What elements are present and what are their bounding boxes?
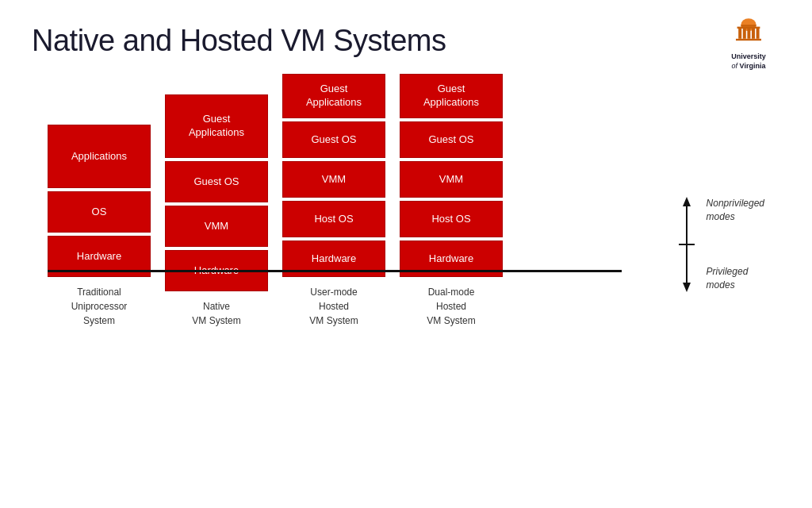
privilege-arrow-icon <box>675 197 699 292</box>
svg-marker-11 <box>683 283 691 292</box>
logo-text: University of Virginia <box>717 52 780 71</box>
column-dualmode: GuestApplications Guest OS VMM Host OS H… <box>400 74 503 328</box>
block-guest-os-dual: Guest OS <box>400 121 503 158</box>
privileged-label: Privilegedmodes <box>707 265 764 292</box>
block-vmm-native: VMM <box>165 206 268 247</box>
right-annotations: Nonprivilegedmodes Privilegedmodes <box>675 197 764 292</box>
svg-rect-1 <box>741 25 756 26</box>
col-label-usermode: User-modeHostedVM System <box>282 285 385 328</box>
block-guest-apps-native: GuestApplications <box>165 94 268 158</box>
block-vmm-user: VMM <box>282 161 385 198</box>
block-guest-apps-user: GuestApplications <box>282 74 385 118</box>
block-guest-apps-dual: GuestApplications <box>400 74 503 118</box>
block-guest-os-native: Guest OS <box>165 161 268 202</box>
stack-traditional: Applications OS Hardware <box>48 125 151 277</box>
svg-rect-4 <box>743 29 746 39</box>
university-logo: University of Virginia <box>717 16 780 71</box>
block-os: OS <box>48 191 151 233</box>
column-traditional: Applications OS Hardware TraditionalUnip… <box>48 125 151 328</box>
svg-rect-2 <box>737 27 760 29</box>
col-label-traditional: TraditionalUniprocessorSystem <box>48 285 151 328</box>
page-title: Native and Hosted VM Systems <box>32 24 780 58</box>
svg-rect-6 <box>752 29 755 39</box>
diagram-container: Applications OS Hardware TraditionalUnip… <box>32 74 780 328</box>
col-label-dualmode: Dual-modeHostedVM System <box>400 285 503 328</box>
stack-native: GuestApplications Guest OS VMM Hardware <box>165 94 268 291</box>
stack-usermode: GuestApplications Guest OS VMM Host OS H… <box>282 74 385 277</box>
block-vmm-dual: VMM <box>400 161 503 198</box>
block-host-os-user: Host OS <box>282 201 385 237</box>
col-label-native: NativeVM System <box>165 299 268 328</box>
block-host-os-dual: Host OS <box>400 201 503 237</box>
column-native: GuestApplications Guest OS VMM Hardware … <box>165 94 268 328</box>
stack-dualmode: GuestApplications Guest OS VMM Host OS H… <box>400 74 503 277</box>
block-guest-os-user: Guest OS <box>282 121 385 158</box>
svg-marker-10 <box>683 197 691 206</box>
privilege-line <box>48 270 622 272</box>
block-applications: Applications <box>48 125 151 188</box>
svg-rect-7 <box>756 29 760 39</box>
slide: University of Virginia Native and Hosted… <box>0 0 812 508</box>
uva-building-icon <box>729 16 768 48</box>
nonprivileged-label: Nonprivilegedmodes <box>707 197 764 224</box>
svg-rect-8 <box>736 39 761 40</box>
svg-rect-3 <box>738 29 741 39</box>
column-usermode: GuestApplications Guest OS VMM Host OS H… <box>282 74 385 328</box>
svg-rect-5 <box>747 29 750 39</box>
